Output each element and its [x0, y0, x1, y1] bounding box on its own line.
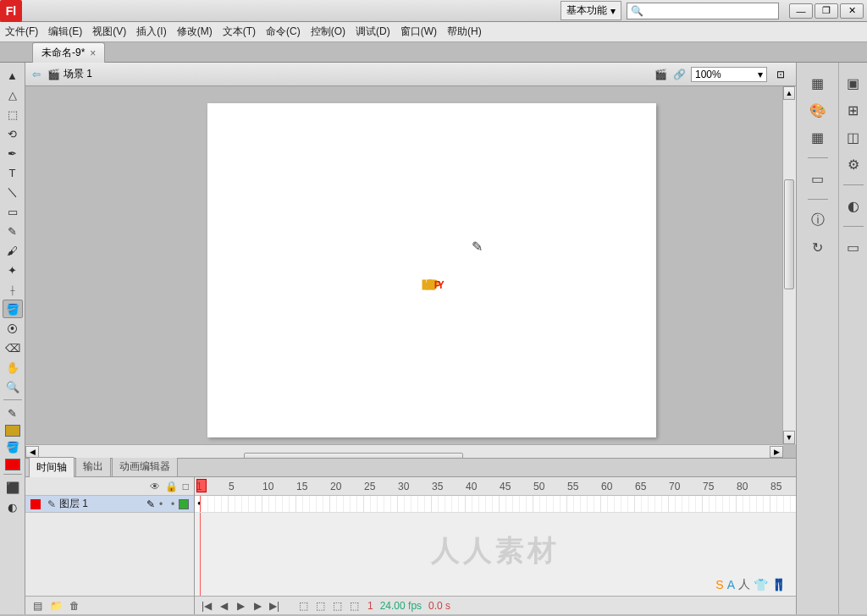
menu-help[interactable]: 帮助(H)	[447, 25, 482, 39]
layer-name[interactable]: 图层 1	[58, 497, 146, 511]
restore-button[interactable]: ❐	[815, 3, 838, 19]
eyedropper-tool[interactable]: ⦿	[3, 319, 23, 338]
hand-tool[interactable]: ✋	[3, 358, 23, 377]
menu-text[interactable]: 文本(T)	[223, 25, 256, 39]
menu-modify[interactable]: 修改(M)	[177, 25, 213, 39]
new-folder-button[interactable]: 📁	[47, 598, 64, 613]
pencil-tool[interactable]: ✎	[3, 222, 23, 240]
paint-bucket-tool[interactable]: 🪣	[3, 300, 23, 318]
project-icon[interactable]: ▭	[840, 235, 867, 259]
scroll-right-icon[interactable]: ▶	[770, 446, 783, 458]
menu-commands[interactable]: 命令(C)	[266, 25, 301, 39]
paint-cursor-icon: ✎	[472, 239, 483, 255]
align-icon[interactable]: ▭	[804, 167, 831, 190]
step-fwd-button[interactable]: ▶	[251, 599, 264, 613]
transform-panel-icon[interactable]: ↻	[804, 235, 831, 259]
zoom-dropdown[interactable]: 100% ▾	[691, 67, 767, 82]
canvas[interactable]: HAPPY ✎	[207, 103, 656, 437]
layer-row[interactable]: ✎ 图层 1 ✎ • •	[25, 496, 194, 513]
pen-tool[interactable]: ✒	[3, 144, 23, 162]
scroll-down-icon[interactable]: ▼	[783, 431, 795, 444]
deco-tool[interactable]: ✦	[3, 261, 23, 279]
outline-icon[interactable]: □	[183, 481, 189, 492]
eye-icon[interactable]: 👁	[150, 481, 160, 492]
onion-skin-button[interactable]: ⬚	[296, 599, 310, 613]
menu-control[interactable]: 控制(O)	[311, 25, 345, 39]
text-tool[interactable]: T	[3, 163, 23, 182]
menu-window[interactable]: 窗口(W)	[400, 25, 437, 39]
subselection-tool[interactable]: △	[3, 85, 23, 104]
frames-empty: 人人素材 SA人👕👖	[195, 513, 796, 596]
zoom-tool[interactable]: 🔍	[3, 377, 23, 396]
motion-presets-icon[interactable]: ◐	[840, 194, 867, 217]
menu-edit[interactable]: 编辑(E)	[48, 25, 82, 39]
edit-scene-icon[interactable]: 🎬	[652, 66, 669, 83]
new-layer-button[interactable]: ▤	[29, 598, 46, 613]
info-panel-icon[interactable]: ⓘ	[804, 208, 831, 232]
tab-timeline[interactable]: 时间轴	[29, 457, 75, 477]
tab-output[interactable]: 输出	[75, 456, 111, 476]
library-icon[interactable]: ▦	[804, 71, 831, 95]
document-tab[interactable]: 未命名-9* ×	[32, 42, 105, 63]
lasso-tool[interactable]: ⟲	[3, 124, 23, 143]
layer-lock-dot[interactable]: •	[167, 498, 179, 510]
menu-view[interactable]: 视图(V)	[92, 25, 126, 39]
snap-tool[interactable]: ⬛	[3, 478, 23, 497]
step-back-button[interactable]: ◀	[217, 599, 230, 613]
play-button[interactable]: ▶	[234, 599, 247, 613]
stage-text[interactable]: HAPPY	[422, 217, 440, 306]
line-tool[interactable]: ＼	[3, 183, 23, 201]
scene-label[interactable]: 场景 1	[64, 67, 92, 81]
scroll-thumb-v[interactable]	[784, 179, 794, 289]
align-icon-2[interactable]: ⊞	[840, 98, 867, 122]
onion-outline-button[interactable]: ⬚	[313, 599, 327, 613]
eraser-tool[interactable]: ⌫	[3, 338, 23, 357]
library-icon-2[interactable]: ◫	[840, 125, 867, 149]
tab-motion-editor[interactable]: 动画编辑器	[112, 456, 178, 476]
tab-close-icon[interactable]: ×	[90, 47, 96, 59]
edit-multiple-button[interactable]: ⬚	[330, 599, 344, 613]
rectangle-tool[interactable]: ▭	[3, 202, 23, 221]
horizontal-scrollbar[interactable]: ◀ ▶	[25, 444, 783, 458]
stroke-swatch[interactable]	[5, 425, 20, 437]
scroll-left-icon[interactable]: ◀	[25, 446, 39, 458]
search-input[interactable]: 🔍	[627, 3, 779, 19]
vertical-scrollbar[interactable]: ▲ ▼	[782, 86, 796, 444]
brush-tool[interactable]: 🖌	[3, 241, 23, 260]
fit-icon[interactable]: ⊡	[772, 66, 789, 83]
back-icon[interactable]: ⇦	[32, 69, 41, 80]
edit-symbol-icon[interactable]: 🔗	[671, 66, 688, 83]
frame-row[interactable]	[195, 496, 796, 513]
minimize-button[interactable]: —	[789, 3, 813, 19]
properties-icon[interactable]: ▣	[840, 71, 867, 95]
ruler-tick: 45	[500, 481, 511, 492]
layer-visible-dot[interactable]: •	[155, 498, 167, 510]
color-panel-icon[interactable]: 🎨	[804, 98, 831, 122]
layer-outline-box[interactable]	[179, 499, 189, 509]
workspace-selector[interactable]: 基本功能 ▾	[561, 1, 621, 20]
swatches-icon[interactable]: ▦	[804, 125, 831, 149]
components-icon[interactable]: ⚙	[840, 152, 867, 176]
option-tool[interactable]: ◐	[3, 498, 23, 516]
far-right-dock: ▣ ⊞ ◫ ⚙ ◐ ▭	[838, 63, 867, 614]
selection-tool[interactable]: ▲	[3, 66, 23, 85]
lock-icon[interactable]: 🔒	[165, 481, 178, 492]
playhead-line	[200, 496, 201, 512]
menu-insert[interactable]: 插入(I)	[136, 25, 166, 39]
scroll-up-icon[interactable]: ▲	[783, 86, 795, 100]
stage-area[interactable]: HAPPY ✎ ▲ ▼ ◀ ▶	[25, 86, 796, 458]
menu-file[interactable]: 文件(F)	[5, 25, 38, 39]
menu-debug[interactable]: 调试(D)	[356, 25, 390, 39]
delete-layer-button[interactable]: 🗑	[66, 598, 83, 613]
onion-markers-button[interactable]: ⬚	[347, 599, 361, 613]
free-transform-tool[interactable]: ⬚	[3, 105, 23, 124]
stroke-color-tool[interactable]: ✎	[3, 404, 23, 422]
bone-tool[interactable]: ⟊	[3, 280, 23, 299]
close-button[interactable]: ✕	[840, 3, 864, 19]
fill-color-tool[interactable]: 🪣	[3, 437, 23, 456]
scroll-thumb-h[interactable]	[244, 453, 463, 459]
rewind-button[interactable]: |◀	[200, 599, 213, 613]
fill-swatch[interactable]	[5, 459, 20, 470]
timeline-ruler[interactable]: 151015202530354045505560657075808590	[195, 477, 796, 496]
to-end-button[interactable]: ▶|	[268, 599, 281, 613]
